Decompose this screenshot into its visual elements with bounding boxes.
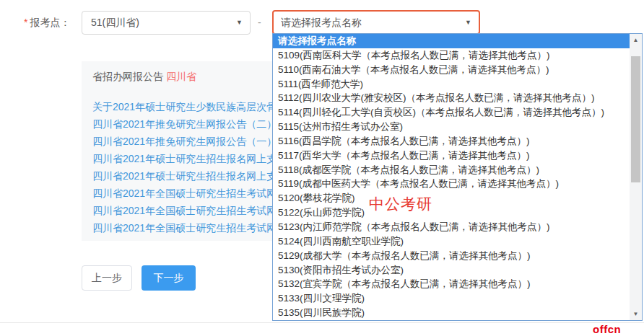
dropdown-option[interactable]: 5111(西华师范大学) <box>273 77 630 92</box>
site-select-value: 请选择报考点名称 <box>281 12 460 33</box>
chevron-down-icon: ▼ <box>465 12 471 33</box>
dropdown-option[interactable]: 5133(四川文理学院) <box>273 291 630 306</box>
required-asterisk: * <box>24 17 27 28</box>
dropdown-option[interactable]: 5124(四川西南航空职业学院) <box>273 234 630 249</box>
dropdown-option[interactable]: 5110(西南石油大学（本考点报名人数已满，请选择其他考点）) <box>273 63 630 77</box>
bottom-divider <box>0 322 644 323</box>
dropdown-option[interactable]: 5123(内江师范学院（本考点报名人数已满，请选择其他考点）) <box>273 220 630 234</box>
dropdown-option[interactable]: 5119(成都中医药大学（本考点报名人数已满，请选择其他考点）) <box>273 177 630 191</box>
dropdown-option[interactable]: 5109(西南医科大学（本考点报名人数已满，请选择其他考点）) <box>273 48 630 63</box>
scrollbar-thumb[interactable] <box>631 56 640 182</box>
next-step-button[interactable]: 下一步 <box>142 265 196 291</box>
offcn-logo: offcn <box>593 323 621 335</box>
dropdown-option[interactable]: 5118(成都医学院（本考点报名人数已满，请选择其他考点）) <box>273 163 630 177</box>
dropdown-option[interactable]: 5122(乐山师范学院) <box>273 205 630 220</box>
prev-step-button[interactable]: 上一步 <box>82 265 132 291</box>
watermark-text: 中公考研 <box>369 194 432 214</box>
province-select-value: 51(四川省) <box>91 12 231 34</box>
site-select[interactable]: 请选择报考点名称 ▼ <box>272 10 480 35</box>
registration-page: *报考点： 51(四川省) ▼ - 请选择报考点名称 ▼ 省招办网报公告四川省 … <box>0 0 644 336</box>
notice-header: 省招办网报公告四川省 <box>92 71 196 84</box>
dropdown-options: 请选择报考点名称5109(西南医科大学（本考点报名人数已满，请选择其他考点）)5… <box>273 34 630 320</box>
notice-region: 四川省 <box>166 71 196 82</box>
dropdown-option[interactable]: 5135(四川民族学院) <box>273 306 630 320</box>
dropdown-option[interactable]: 5130(资阳市招生考试办公室) <box>273 263 630 278</box>
dropdown-option[interactable]: 5112(四川农业大学(雅安校区)（本考点报名人数已满，请选择其他考点）) <box>273 91 630 105</box>
notice-title: 省招办网报公告 <box>92 71 163 82</box>
separator-dash: - <box>258 11 261 35</box>
scrollbar-up-arrow-icon[interactable]: ▲ <box>630 34 642 46</box>
dropdown-option[interactable]: 5132(宜宾学院（本考点报名人数已满，请选择其他考点）) <box>273 277 630 291</box>
site-dropdown-list: 请选择报考点名称5109(西南医科大学（本考点报名人数已满，请选择其他考点）)5… <box>272 33 643 321</box>
dropdown-option[interactable]: 5114(四川轻化工大学(自贡校区)（本考点报名人数已满，请选择其他考点）) <box>273 105 630 120</box>
dropdown-option[interactable]: 5116(西昌学院（本考点报名人数已满，请选择其他考点）) <box>273 134 630 149</box>
dropdown-option[interactable]: 5120(攀枝花学院) <box>273 191 630 205</box>
dropdown-option[interactable]: 5129(成都大学（本考点报名人数已满，请选择其他考点）) <box>273 249 630 263</box>
scrollbar-down-arrow-icon[interactable]: ▼ <box>630 308 642 320</box>
dropdown-scrollbar[interactable]: ▲ ▼ <box>630 34 642 320</box>
chevron-down-icon: ▼ <box>236 12 243 34</box>
dropdown-option[interactable]: 5117(西华大学（本考点报名人数已满，请选择其他考点）) <box>273 149 630 163</box>
province-select[interactable]: 51(四川省) ▼ <box>82 11 251 35</box>
dropdown-option[interactable]: 5115(达州市招生考试办公室) <box>273 120 630 134</box>
dropdown-option[interactable]: 请选择报考点名称 <box>273 34 630 48</box>
form-label-text: 报考点： <box>30 17 70 28</box>
form-label: *报考点： <box>24 11 70 35</box>
